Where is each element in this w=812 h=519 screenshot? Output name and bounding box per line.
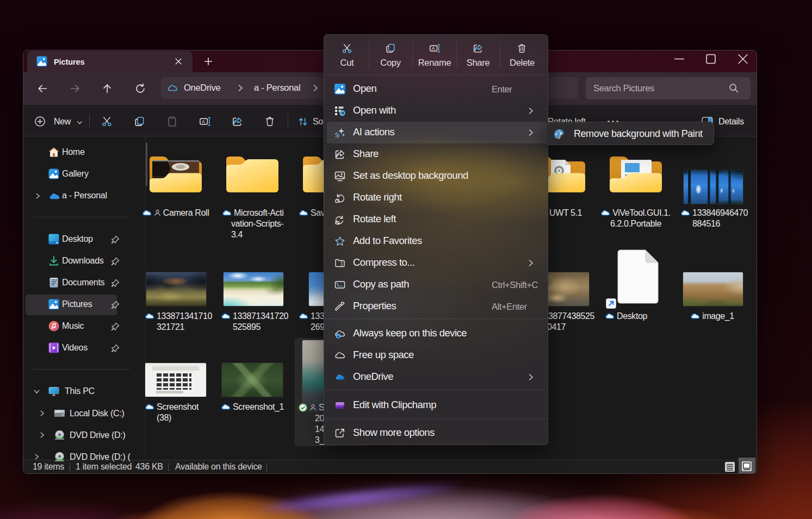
- svg-text:A: A: [432, 46, 435, 51]
- svg-text:A: A: [202, 119, 206, 124]
